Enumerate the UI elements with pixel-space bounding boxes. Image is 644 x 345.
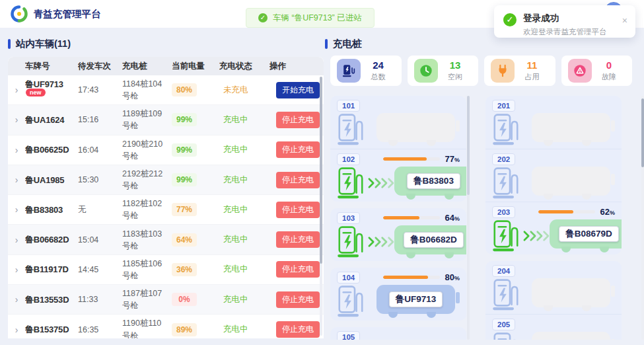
vehicle-row[interactable]: › 鲁UA1985 15:30 2192桩212号枪 99% 充电中 停止充电 (8, 165, 324, 195)
vehicle-row[interactable]: › 鲁B06625D 16:04 2190桩210号枪 99% 充电中 停止充电 (8, 135, 324, 165)
stat-label: 占用 (525, 72, 540, 82)
panel-scrollbar[interactable] (641, 96, 644, 340)
charging-pile-icon (337, 167, 365, 200)
pile-group: 105 (330, 327, 466, 340)
pile-id-badge: 103 (337, 212, 360, 224)
departure-time: 16:35 (78, 325, 122, 334)
table-scrollbar[interactable] (320, 77, 322, 336)
scrollbar-thumb[interactable] (641, 98, 644, 167)
pile-slot-201[interactable]: 201 (485, 96, 622, 149)
expand-icon[interactable]: › (8, 204, 25, 215)
pile-name: 2190桩210号枪 (122, 138, 172, 162)
empty-bus-silhouette (532, 167, 615, 200)
departure-time: 14:45 (78, 265, 122, 274)
battery-cell: 99% (172, 113, 219, 126)
charging-pile-icon (492, 332, 520, 340)
stat-card-占用: 11 占用 (484, 56, 555, 86)
charging-pile-icon (492, 167, 520, 200)
pile-name: 1182桩102号枪 (122, 198, 172, 221)
charging-pile-icon (492, 219, 520, 252)
vehicle-row[interactable]: › 鲁B13553D 11:33 1187桩107号枪 0% 充电中 停止充电 (8, 285, 324, 315)
pile-slot-203[interactable]: 203 62% 鲁B08679D (485, 202, 622, 254)
scrollbar-thumb[interactable] (467, 96, 470, 195)
pile-slot-101[interactable]: 101 (330, 96, 466, 149)
vehicle-row[interactable]: › 鲁B83803 无 1182桩102号枪 77% 充电中 停止充电 (8, 195, 324, 225)
pile-slot-102[interactable]: 102 77% 鲁B83803 (330, 149, 466, 202)
battery-badge: 99% (172, 113, 197, 126)
battery-badge: 36% (172, 263, 197, 276)
pile-id-badge: 105 (337, 331, 360, 340)
plug-icon (491, 59, 515, 83)
charging-pile-icon (492, 278, 520, 311)
close-icon[interactable]: × (622, 15, 627, 26)
pile-id-badge: 104 (337, 272, 360, 284)
charging-status: 充电中 (219, 264, 269, 275)
stop-charging-button[interactable]: 停止充电 (276, 321, 320, 338)
pile-group: 204 205 (485, 261, 622, 340)
vehicles-table: 车牌号待发车次充电桩当前电量充电状态操作 › 鲁UF9713new 17:43 … (8, 57, 324, 338)
plate-number: 鲁B06625D (25, 143, 78, 156)
plate-number: 鲁B15375D (25, 323, 78, 336)
stop-charging-button[interactable]: 停止充电 (276, 141, 320, 158)
page: 青益充管理平台 ✓ 车辆 “鲁UF9713” 已进站 ✓ 登录成功 欢迎登录青益… (0, 0, 644, 345)
vehicles-panel: 站内车辆(11) 车牌号待发车次充电桩当前电量充电状态操作 › 鲁UF9713n… (8, 37, 324, 338)
scrollbar-thumb[interactable] (320, 77, 322, 264)
plate-number: 鲁UA1985 (25, 174, 78, 186)
table-header-row: 车牌号待发车次充电桩当前电量充电状态操作 (8, 57, 324, 75)
stat-card-故障: 0 故障 (561, 56, 633, 86)
pile-name: 1190桩110号枪 (122, 317, 172, 338)
stop-charging-button[interactable]: 停止充电 (276, 112, 320, 128)
pile-column-scrollbar[interactable] (467, 96, 470, 340)
charging-flow-arrows (367, 236, 394, 248)
pile-group: 104 80% 鲁UF9713 (330, 268, 466, 321)
vehicle-row[interactable]: › 鲁B11917D 14:45 1185桩106号枪 36% 充电中 停止充电 (8, 255, 324, 285)
charging-pile-icon (337, 225, 365, 258)
expand-icon[interactable]: › (8, 294, 25, 305)
departure-time: 无 (78, 204, 122, 215)
piles-panel-title: 充电桩 (325, 37, 644, 50)
vehicle-row[interactable]: › 鲁UA1624 15:16 1189桩109号枪 99% 充电中 停止充电 (8, 105, 324, 135)
charging-pile-icon (492, 113, 520, 146)
stop-charging-button[interactable]: 停止充电 (276, 172, 320, 188)
start-charging-button[interactable]: 开始充电 (276, 82, 320, 98)
battery-cell: 77% (172, 203, 219, 216)
battery-cell: 64% (172, 233, 219, 247)
pile-slot-103[interactable]: 103 64% 鲁B06682D (330, 208, 466, 261)
vehicle-row[interactable]: › 鲁UF9713new 17:43 1184桩104号枪 80% 未充电 开始… (8, 75, 324, 105)
expand-icon[interactable]: › (8, 114, 25, 125)
pile-slot-202[interactable]: 202 (485, 149, 622, 202)
pile-slot-205[interactable]: 205 (485, 314, 622, 340)
pile-slot-104[interactable]: 104 80% 鲁UF9713 (330, 268, 466, 321)
expand-icon[interactable]: › (8, 174, 25, 185)
pile-id-badge: 202 (492, 153, 515, 165)
charging-status: 充电中 (219, 144, 269, 155)
notification-message: 欢迎登录青益充管理平台 (523, 27, 622, 37)
plate-number: 鲁UA1624 (25, 114, 78, 126)
success-icon: ✓ (503, 13, 517, 26)
stop-charging-button[interactable]: 停止充电 (276, 202, 320, 218)
notification-title: 登录成功 (523, 13, 622, 24)
pile-slot-204[interactable]: 204 (485, 261, 622, 314)
battery-cell: 99% (172, 143, 219, 157)
pile-name: 1184桩104号枪 (122, 78, 172, 102)
column-header: 充电桩 (122, 61, 172, 72)
vehicle-row[interactable]: › 鲁B06682D 15:04 1183桩103号枪 64% 充电中 停止充电 (8, 225, 324, 254)
success-icon: ✓ (258, 13, 268, 22)
expand-icon[interactable]: › (8, 325, 25, 335)
expand-icon[interactable]: › (8, 85, 25, 95)
vehicle-row[interactable]: › 鲁B15375D 16:35 1190桩110号枪 89% 充电中 停止充电 (8, 315, 324, 338)
stop-charging-button[interactable]: 停止充电 (276, 231, 320, 248)
column-header: 待发车次 (78, 61, 122, 72)
expand-icon[interactable]: › (8, 235, 25, 245)
expand-icon[interactable]: › (8, 264, 25, 275)
charge-progress: 64% (383, 213, 460, 223)
charging-pile-icon (337, 285, 365, 318)
charging-flow-arrows (522, 230, 550, 242)
plate-number: 鲁UF9713new (25, 78, 78, 102)
bus-icon: 鲁B08679D (550, 219, 622, 252)
charging-status: 充电中 (219, 324, 269, 335)
expand-icon[interactable]: › (8, 145, 25, 155)
stop-charging-button[interactable]: 停止充电 (276, 261, 320, 278)
stop-charging-button[interactable]: 停止充电 (276, 291, 320, 308)
pile-slot-105[interactable]: 105 (330, 327, 466, 340)
